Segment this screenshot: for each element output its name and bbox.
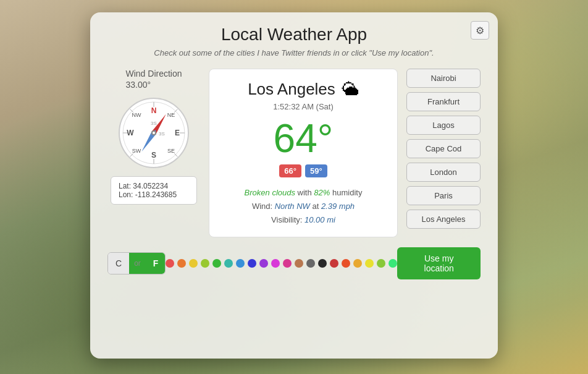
svg-text:S: S <box>151 151 156 159</box>
weather-panel: Los Angeles 🌥 1:52:32 AM (Sat) 64° 66° 5… <box>209 69 398 237</box>
high-temp-badge: 66° <box>279 164 301 177</box>
humidity-suffix: humidity <box>332 188 362 197</box>
svg-text:SE: SE <box>167 148 175 154</box>
longitude-value: Lon: -118.243685 <box>119 190 189 199</box>
wind-prefix: Wind: <box>252 202 275 211</box>
city-button[interactable]: Nairobi <box>406 69 481 88</box>
bottom-bar: C or F Use my location <box>107 247 481 279</box>
svg-text:W: W <box>127 129 134 137</box>
city-button[interactable]: Paris <box>406 186 481 205</box>
fahrenheit-button[interactable]: F <box>146 253 166 274</box>
color-dot[interactable] <box>248 259 256 268</box>
color-dot[interactable] <box>283 259 292 268</box>
color-dot[interactable] <box>201 259 209 268</box>
app-subtitle: Check out some of the cities I have Twit… <box>107 48 481 57</box>
wind-direction-label: Wind Direction <box>125 69 182 79</box>
city-name: Los Angeles <box>248 80 335 99</box>
latitude-value: Lat: 34.052234 <box>119 182 189 190</box>
visibility-value: 10.00 mi <box>304 215 335 224</box>
unit-or-label: or <box>129 253 146 274</box>
cloud-icon: 🌥 <box>342 79 359 100</box>
app-title: Local Weather App <box>107 25 481 45</box>
color-dot[interactable] <box>212 259 221 268</box>
visibility-prefix: Visibility: <box>271 215 304 224</box>
left-panel: Wind Direction 33.00° <box>107 69 200 205</box>
color-dot[interactable] <box>342 259 350 268</box>
humidity-value: 82% <box>314 188 330 197</box>
wind-dir-value: North NW <box>275 202 310 211</box>
use-location-button[interactable]: Use my location <box>397 247 481 279</box>
city-button[interactable]: Los Angeles <box>406 210 481 229</box>
svg-text:NE: NE <box>167 112 175 118</box>
wind-speed-value: 2.39 mph <box>321 202 355 211</box>
svg-text:SW: SW <box>132 148 141 154</box>
svg-text:NW: NW <box>132 112 141 118</box>
humidity-label: with <box>298 188 314 197</box>
city-button[interactable]: Cape Cod <box>406 139 481 158</box>
color-dot[interactable] <box>271 259 280 268</box>
wind-at: at <box>312 202 321 211</box>
color-dot[interactable] <box>377 259 385 268</box>
svg-point-23 <box>153 132 155 134</box>
city-button[interactable]: Frankfurt <box>406 92 481 111</box>
color-dot[interactable] <box>330 259 338 268</box>
color-dot[interactable] <box>189 259 198 268</box>
color-dot[interactable] <box>224 259 233 268</box>
wind-label-group: Wind Direction 33.00° <box>125 69 182 90</box>
temperature-main: 64° <box>219 119 387 158</box>
wind-degrees-value: 33.00° <box>125 80 182 90</box>
svg-text:E: E <box>175 129 180 137</box>
svg-text:N: N <box>151 106 157 115</box>
low-temp-badge: 59° <box>305 164 327 177</box>
color-dot[interactable] <box>353 259 362 268</box>
city-button[interactable]: London <box>406 163 481 182</box>
city-time: 1:52:32 AM (Sat) <box>219 102 387 111</box>
cities-panel: NairobiFrankfurtLagosCape CodLondonParis… <box>406 69 481 229</box>
main-card: ⚙ Local Weather App Check out some of th… <box>90 12 498 359</box>
gear-icon: ⚙ <box>476 25 484 36</box>
color-dot[interactable] <box>177 259 186 268</box>
svg-text:3S: 3S <box>151 121 157 126</box>
weather-description: Broken clouds with 82% humidity Wind: No… <box>219 186 387 227</box>
gear-button[interactable]: ⚙ <box>471 21 489 40</box>
celsius-button[interactable]: C <box>108 253 129 274</box>
svg-text:3S: 3S <box>159 131 165 137</box>
color-dot[interactable] <box>295 259 303 268</box>
city-button[interactable]: Lagos <box>406 116 481 135</box>
color-dot[interactable] <box>236 259 245 268</box>
temp-badges: 66° 59° <box>219 164 387 177</box>
city-row: Los Angeles 🌥 <box>219 79 387 100</box>
color-dot[interactable] <box>388 259 397 268</box>
color-dot[interactable] <box>259 259 268 268</box>
color-dot[interactable] <box>166 259 174 268</box>
clouds-desc: Broken clouds <box>245 188 295 197</box>
main-content: Wind Direction 33.00° <box>107 69 481 237</box>
color-dot[interactable] <box>306 259 315 268</box>
color-dots-row <box>166 259 397 268</box>
color-dot[interactable] <box>318 259 327 268</box>
unit-toggle[interactable]: C or F <box>107 252 166 274</box>
compass: N S W E NE NW SW SE 3S 3S <box>117 96 191 170</box>
coordinates-box: Lat: 34.052234 Lon: -118.243685 <box>111 176 197 205</box>
color-dot[interactable] <box>365 259 374 268</box>
